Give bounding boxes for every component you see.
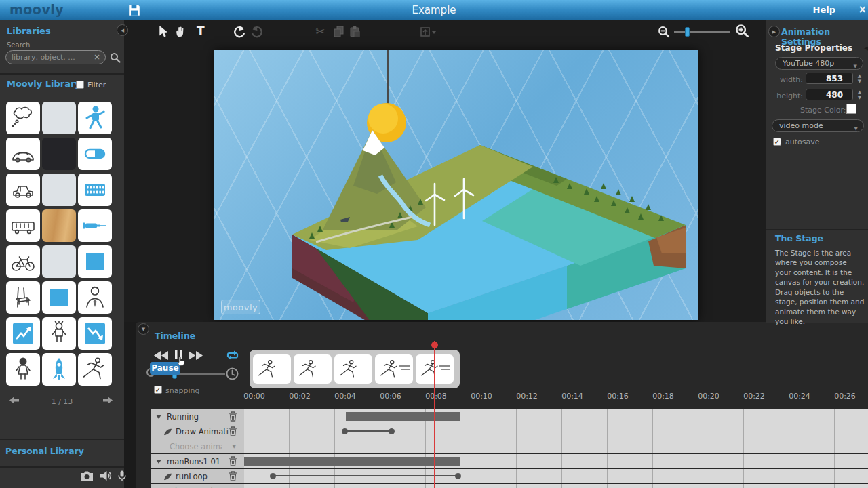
playhead-handle[interactable] — [431, 342, 438, 348]
mode-dropdown[interactable]: video mode ▼ — [772, 119, 864, 132]
duration-bar[interactable] — [346, 412, 460, 421]
library-item-boy[interactable] — [42, 317, 76, 350]
zoom-in-button[interactable] — [735, 24, 749, 38]
zoom-slider-track[interactable] — [674, 31, 730, 33]
redo-button[interactable] — [250, 26, 264, 38]
zoom-slider-handle[interactable] — [685, 27, 690, 37]
library-item-woman[interactable] — [6, 353, 40, 386]
choose-animation-dropdown[interactable]: Choose animation — [170, 442, 222, 451]
row-track[interactable] — [244, 409, 868, 424]
keyframe-dot[interactable] — [342, 428, 348, 434]
search-input[interactable] — [12, 52, 92, 62]
text-tool[interactable]: T — [197, 24, 205, 38]
stage-info-text: The Stage is the area where you compose … — [775, 248, 865, 327]
timeline-collapse-button[interactable]: ▼ — [138, 323, 149, 335]
cut-button[interactable]: ✂ — [315, 24, 325, 38]
library-item-chart-down[interactable] — [78, 317, 112, 350]
keyframe-dot[interactable] — [389, 428, 395, 434]
library-item-blank[interactable] — [42, 102, 76, 134]
trash-icon[interactable] — [229, 411, 237, 422]
row-label[interactable]: runLoop — [151, 469, 244, 483]
rewind-button[interactable] — [154, 351, 169, 360]
filmstrip-frame[interactable] — [253, 354, 291, 384]
stage-canvas[interactable]: moovly — [214, 50, 698, 320]
width-field[interactable] — [806, 73, 853, 84]
expand-triangle-icon[interactable] — [156, 460, 161, 464]
keyframe-dot[interactable] — [270, 473, 276, 479]
keyframe-line[interactable] — [344, 430, 391, 432]
filmstrip-frame[interactable] — [375, 354, 413, 384]
row-track[interactable] — [244, 439, 868, 453]
library-item-blank[interactable] — [42, 174, 76, 206]
library-item-bus[interactable] — [6, 209, 40, 242]
library-item-car-vintage[interactable] — [6, 174, 40, 206]
trash-icon[interactable] — [229, 471, 237, 481]
select-cursor-tool[interactable] — [159, 26, 170, 37]
row-track[interactable] — [244, 484, 868, 488]
filmstrip-frame[interactable] — [294, 354, 332, 384]
undo-button[interactable] — [233, 26, 246, 38]
clock-icon[interactable] — [226, 367, 239, 380]
library-item-square-blue[interactable] — [42, 281, 76, 314]
duration-bar[interactable] — [244, 457, 460, 466]
playhead-line[interactable] — [434, 341, 435, 488]
fast-forward-button[interactable] — [189, 351, 203, 360]
stage-color-swatch[interactable] — [846, 104, 856, 114]
row-label[interactable]: Running — [151, 409, 244, 424]
camera-icon[interactable] — [80, 470, 94, 482]
library-item-square-blue[interactable] — [78, 245, 112, 278]
page-next-button[interactable] — [103, 396, 113, 404]
hand-tool[interactable] — [174, 26, 186, 37]
loop-button[interactable] — [226, 350, 239, 361]
expand-triangle-icon[interactable] — [156, 415, 161, 419]
section-collapse-icon[interactable]: ◀ — [864, 45, 868, 52]
keyframe-line[interactable] — [273, 475, 458, 476]
arrange-button[interactable] — [420, 27, 437, 37]
library-item-thought-bubble[interactable] — [6, 102, 40, 134]
height-stepper[interactable]: ▲▼ — [856, 89, 863, 100]
height-field[interactable] — [806, 89, 853, 100]
speaker-icon[interactable] — [100, 470, 112, 482]
library-item-chair[interactable] — [6, 281, 40, 314]
search-clear-icon[interactable]: × — [94, 52, 100, 62]
library-item-blank[interactable] — [42, 245, 76, 278]
paste-button[interactable] — [349, 26, 360, 37]
zoom-out-button[interactable] — [658, 26, 670, 38]
library-item-capsule[interactable] — [78, 138, 112, 170]
row-label[interactable]: Choose animation▼ — [151, 439, 244, 453]
width-stepper[interactable]: ▲▼ — [856, 73, 863, 84]
filmstrip[interactable] — [250, 350, 460, 388]
filmstrip-frame[interactable] — [334, 354, 372, 384]
library-item-man-blue[interactable] — [78, 102, 112, 134]
library-item-man-portrait[interactable] — [78, 281, 112, 314]
trash-icon[interactable] — [229, 426, 237, 436]
row-label[interactable]: manRuns1 01 — [151, 454, 244, 468]
save-button[interactable] — [127, 3, 141, 17]
keyframe-dot[interactable] — [455, 473, 461, 479]
copy-button[interactable] — [333, 26, 345, 37]
close-icon[interactable]: × — [858, 3, 867, 16]
panel-collapse-button[interactable]: ▶ — [768, 26, 780, 37]
preset-dropdown[interactable]: YouTube 480p ▼ — [775, 57, 863, 70]
filter-checkbox[interactable] — [76, 81, 84, 89]
sidebar-collapse-button[interactable]: ◀ — [117, 24, 128, 36]
row-track[interactable] — [244, 424, 868, 439]
library-item-bicycle[interactable] — [6, 245, 40, 278]
library-item-chart-up[interactable] — [6, 317, 40, 350]
library-item-wood-texture[interactable] — [42, 209, 76, 242]
trash-icon[interactable] — [229, 456, 237, 466]
library-item-pill-pack[interactable] — [78, 174, 112, 206]
row-track[interactable] — [244, 469, 868, 483]
library-item-syringe[interactable] — [78, 209, 112, 242]
library-item-dark-square[interactable] — [42, 138, 76, 170]
library-item-rocket[interactable] — [42, 353, 76, 386]
library-item-runner[interactable] — [78, 353, 112, 386]
search-button[interactable] — [110, 52, 121, 63]
microphone-icon[interactable] — [118, 470, 126, 482]
autosave-checkbox[interactable]: ✓ — [773, 138, 781, 146]
row-track[interactable] — [244, 454, 868, 468]
row-label[interactable]: Draw Animation — [151, 424, 244, 439]
row-label[interactable]: Choose animation▼ — [151, 484, 244, 488]
help-button[interactable]: Help — [813, 5, 835, 15]
library-item-car[interactable] — [6, 138, 40, 170]
